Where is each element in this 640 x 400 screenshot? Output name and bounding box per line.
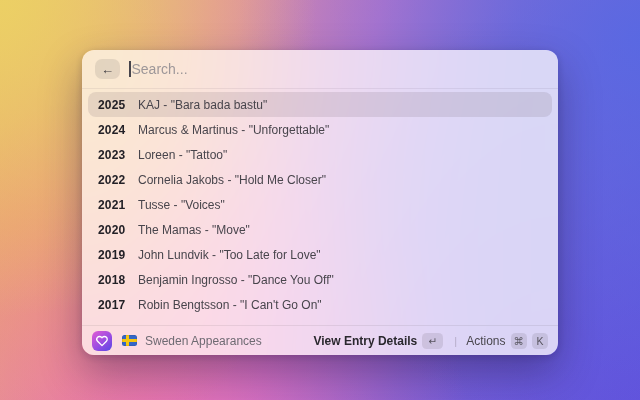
list-item[interactable]: 2025 KAJ - "Bara bada bastu" bbox=[88, 92, 552, 117]
entry-year: 2018 bbox=[98, 273, 128, 287]
source-label: Sweden Appearances bbox=[145, 334, 262, 348]
entry-title: The Mamas - "Move" bbox=[138, 223, 250, 237]
footer: Sweden Appearances View Entry Details ↵ … bbox=[82, 325, 558, 355]
entry-title: Benjamin Ingrosso - "Dance You Off" bbox=[138, 273, 334, 287]
back-button[interactable]: ← bbox=[95, 59, 120, 79]
list-item[interactable]: 2018 Benjamin Ingrosso - "Dance You Off" bbox=[88, 267, 552, 292]
sweden-flag-icon bbox=[122, 335, 137, 346]
list-item[interactable]: 2022 Cornelia Jakobs - "Hold Me Closer" bbox=[88, 167, 552, 192]
entry-title: Tusse - "Voices" bbox=[138, 198, 225, 212]
entry-title: John Lundvik - "Too Late for Love" bbox=[138, 248, 321, 262]
entry-title: KAJ - "Bara bada bastu" bbox=[138, 98, 267, 112]
list-item[interactable]: 2021 Tusse - "Voices" bbox=[88, 192, 552, 217]
entry-list: 2025 KAJ - "Bara bada bastu" 2024 Marcus… bbox=[82, 89, 558, 325]
entry-title: Robin Bengtsson - "I Can't Go On" bbox=[138, 298, 322, 312]
view-entry-details-button[interactable]: View Entry Details bbox=[313, 334, 417, 348]
footer-actions: View Entry Details ↵ | Actions ⌘ K bbox=[313, 333, 548, 349]
search-placeholder: Search... bbox=[132, 61, 188, 77]
back-arrow-icon: ← bbox=[101, 62, 114, 77]
heart-icon bbox=[92, 331, 112, 351]
text-caret bbox=[129, 61, 131, 77]
entry-year: 2022 bbox=[98, 173, 128, 187]
entry-year: 2025 bbox=[98, 98, 128, 112]
command-palette-window: ← Search... 2025 KAJ - "Bara bada bastu"… bbox=[82, 50, 558, 355]
entry-year: 2017 bbox=[98, 298, 128, 312]
entry-year: 2019 bbox=[98, 248, 128, 262]
list-item[interactable]: 2017 Robin Bengtsson - "I Can't Go On" bbox=[88, 292, 552, 317]
entry-year: 2020 bbox=[98, 223, 128, 237]
entry-title: Cornelia Jakobs - "Hold Me Closer" bbox=[138, 173, 326, 187]
k-key-icon: K bbox=[532, 333, 548, 349]
list-item[interactable]: 2020 The Mamas - "Move" bbox=[88, 217, 552, 242]
search-input[interactable]: Search... bbox=[129, 61, 545, 77]
return-key-icon: ↵ bbox=[422, 333, 443, 349]
entry-year: 2023 bbox=[98, 148, 128, 162]
entry-year: 2021 bbox=[98, 198, 128, 212]
search-bar: ← Search... bbox=[82, 50, 558, 89]
list-item[interactable]: 2024 Marcus & Martinus - "Unforgettable" bbox=[88, 117, 552, 142]
entry-title: Loreen - "Tattoo" bbox=[138, 148, 227, 162]
list-item[interactable]: 2023 Loreen - "Tattoo" bbox=[88, 142, 552, 167]
actions-button[interactable]: Actions bbox=[466, 334, 505, 348]
footer-divider: | bbox=[454, 335, 457, 347]
command-key-icon: ⌘ bbox=[511, 333, 528, 349]
entry-title: Marcus & Martinus - "Unforgettable" bbox=[138, 123, 329, 137]
entry-year: 2024 bbox=[98, 123, 128, 137]
list-item[interactable]: 2019 John Lundvik - "Too Late for Love" bbox=[88, 242, 552, 267]
